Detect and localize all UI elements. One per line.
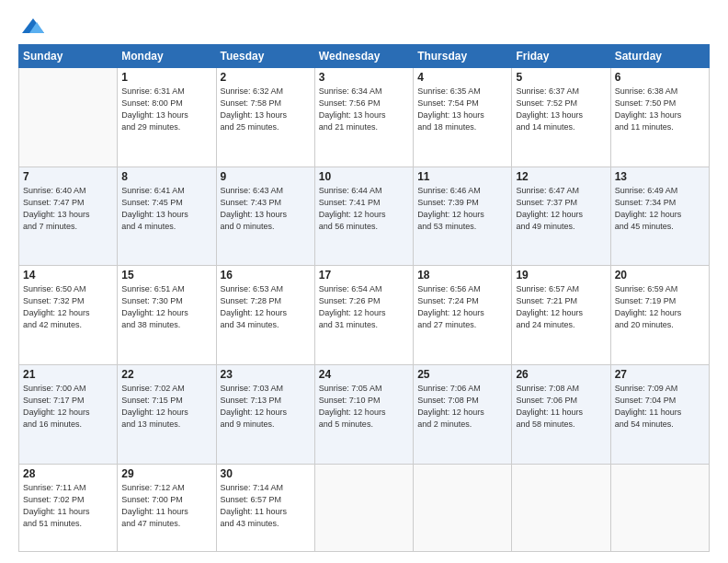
- calendar-cell: 5Sunrise: 6:37 AM Sunset: 7:52 PM Daylig…: [512, 68, 610, 167]
- day-info: Sunrise: 6:40 AM Sunset: 7:47 PM Dayligh…: [23, 185, 113, 233]
- calendar-cell: 19Sunrise: 6:57 AM Sunset: 7:21 PM Dayli…: [512, 266, 610, 365]
- day-info: Sunrise: 6:53 AM Sunset: 7:28 PM Dayligh…: [221, 283, 311, 331]
- day-number: 1: [121, 71, 211, 84]
- calendar-week-row: 7Sunrise: 6:40 AM Sunset: 7:47 PM Daylig…: [19, 167, 710, 266]
- day-number: 10: [319, 170, 409, 183]
- day-number: 24: [319, 368, 409, 381]
- day-number: 25: [417, 368, 507, 381]
- day-number: 2: [221, 71, 311, 84]
- calendar-day-header: Monday: [118, 45, 216, 68]
- day-number: 3: [319, 71, 409, 84]
- calendar-cell: 1Sunrise: 6:31 AM Sunset: 8:00 PM Daylig…: [118, 68, 216, 167]
- calendar-cell: 17Sunrise: 6:54 AM Sunset: 7:26 PM Dayli…: [314, 266, 413, 365]
- calendar-cell: 15Sunrise: 6:51 AM Sunset: 7:30 PM Dayli…: [118, 266, 216, 365]
- calendar-cell: 14Sunrise: 6:50 AM Sunset: 7:32 PM Dayli…: [19, 266, 118, 365]
- day-info: Sunrise: 7:02 AM Sunset: 7:15 PM Dayligh…: [121, 383, 211, 431]
- calendar-cell: 28Sunrise: 7:11 AM Sunset: 7:02 PM Dayli…: [19, 464, 118, 551]
- calendar-cell: 12Sunrise: 6:47 AM Sunset: 7:37 PM Dayli…: [512, 167, 610, 266]
- day-info: Sunrise: 6:47 AM Sunset: 7:37 PM Dayligh…: [516, 185, 606, 233]
- day-info: Sunrise: 6:49 AM Sunset: 7:34 PM Dayligh…: [615, 185, 705, 233]
- day-number: 7: [23, 170, 113, 183]
- calendar-cell: 16Sunrise: 6:53 AM Sunset: 7:28 PM Dayli…: [216, 266, 314, 365]
- day-number: 22: [121, 368, 211, 381]
- calendar-cell: 2Sunrise: 6:32 AM Sunset: 7:58 PM Daylig…: [216, 68, 314, 167]
- day-info: Sunrise: 6:59 AM Sunset: 7:19 PM Dayligh…: [615, 283, 705, 331]
- calendar-week-row: 21Sunrise: 7:00 AM Sunset: 7:17 PM Dayli…: [19, 364, 710, 464]
- day-number: 21: [23, 368, 113, 381]
- calendar-cell: 27Sunrise: 7:09 AM Sunset: 7:04 PM Dayli…: [610, 364, 709, 464]
- calendar-cell: 25Sunrise: 7:06 AM Sunset: 7:08 PM Dayli…: [414, 364, 512, 464]
- calendar-day-header: Sunday: [19, 45, 118, 68]
- day-info: Sunrise: 6:57 AM Sunset: 7:21 PM Dayligh…: [516, 283, 606, 331]
- day-number: 19: [516, 269, 606, 282]
- calendar-cell: 6Sunrise: 6:38 AM Sunset: 7:50 PM Daylig…: [610, 68, 709, 167]
- day-info: Sunrise: 6:50 AM Sunset: 7:32 PM Dayligh…: [23, 283, 113, 331]
- day-number: 29: [121, 467, 211, 480]
- day-number: 26: [516, 368, 606, 381]
- calendar-cell: 20Sunrise: 6:59 AM Sunset: 7:19 PM Dayli…: [610, 266, 709, 365]
- calendar-day-header: Friday: [512, 45, 610, 68]
- day-info: Sunrise: 7:03 AM Sunset: 7:13 PM Dayligh…: [221, 383, 311, 431]
- calendar-cell: 23Sunrise: 7:03 AM Sunset: 7:13 PM Dayli…: [216, 364, 314, 464]
- calendar-week-row: 1Sunrise: 6:31 AM Sunset: 8:00 PM Daylig…: [19, 68, 710, 167]
- calendar-cell: 21Sunrise: 7:00 AM Sunset: 7:17 PM Dayli…: [19, 364, 118, 464]
- day-info: Sunrise: 6:44 AM Sunset: 7:41 PM Dayligh…: [319, 185, 409, 233]
- day-number: 27: [615, 368, 705, 381]
- calendar-week-row: 14Sunrise: 6:50 AM Sunset: 7:32 PM Dayli…: [19, 266, 710, 365]
- calendar-cell: 8Sunrise: 6:41 AM Sunset: 7:45 PM Daylig…: [118, 167, 216, 266]
- day-info: Sunrise: 6:35 AM Sunset: 7:54 PM Dayligh…: [417, 86, 507, 133]
- calendar-day-header: Tuesday: [216, 45, 314, 68]
- day-number: 17: [319, 269, 409, 282]
- calendar-day-header: Thursday: [414, 45, 512, 68]
- day-info: Sunrise: 7:06 AM Sunset: 7:08 PM Dayligh…: [417, 383, 507, 431]
- calendar-cell: 13Sunrise: 6:49 AM Sunset: 7:34 PM Dayli…: [610, 167, 709, 266]
- day-info: Sunrise: 6:56 AM Sunset: 7:24 PM Dayligh…: [417, 283, 507, 331]
- day-info: Sunrise: 6:37 AM Sunset: 7:52 PM Dayligh…: [516, 86, 606, 133]
- calendar-cell: 7Sunrise: 6:40 AM Sunset: 7:47 PM Daylig…: [19, 167, 118, 266]
- calendar-cell: 9Sunrise: 6:43 AM Sunset: 7:43 PM Daylig…: [216, 167, 314, 266]
- day-info: Sunrise: 6:31 AM Sunset: 8:00 PM Dayligh…: [121, 86, 211, 133]
- calendar-cell: 3Sunrise: 6:34 AM Sunset: 7:56 PM Daylig…: [314, 68, 413, 167]
- calendar-table: SundayMondayTuesdayWednesdayThursdayFrid…: [18, 44, 710, 552]
- calendar-cell: 24Sunrise: 7:05 AM Sunset: 7:10 PM Dayli…: [314, 364, 413, 464]
- day-number: 28: [23, 467, 113, 480]
- day-number: 16: [221, 269, 311, 282]
- calendar-cell: 26Sunrise: 7:08 AM Sunset: 7:06 PM Dayli…: [512, 364, 610, 464]
- calendar-cell: [414, 464, 512, 551]
- page: SundayMondayTuesdayWednesdayThursdayFrid…: [0, 0, 728, 563]
- logo: [18, 15, 46, 37]
- day-info: Sunrise: 7:12 AM Sunset: 7:00 PM Dayligh…: [121, 482, 211, 530]
- day-number: 18: [417, 269, 507, 282]
- calendar-header-row: SundayMondayTuesdayWednesdayThursdayFrid…: [19, 45, 710, 68]
- day-info: Sunrise: 7:11 AM Sunset: 7:02 PM Dayligh…: [23, 482, 113, 530]
- calendar-week-row: 28Sunrise: 7:11 AM Sunset: 7:02 PM Dayli…: [19, 464, 710, 551]
- day-number: 23: [221, 368, 311, 381]
- day-info: Sunrise: 6:41 AM Sunset: 7:45 PM Dayligh…: [121, 185, 211, 233]
- day-number: 14: [23, 269, 113, 282]
- day-info: Sunrise: 6:51 AM Sunset: 7:30 PM Dayligh…: [121, 283, 211, 331]
- day-info: Sunrise: 7:09 AM Sunset: 7:04 PM Dayligh…: [615, 383, 705, 431]
- day-number: 13: [615, 170, 705, 183]
- calendar-day-header: Saturday: [610, 45, 709, 68]
- calendar-cell: 22Sunrise: 7:02 AM Sunset: 7:15 PM Dayli…: [118, 364, 216, 464]
- calendar-cell: 10Sunrise: 6:44 AM Sunset: 7:41 PM Dayli…: [314, 167, 413, 266]
- calendar-cell: 4Sunrise: 6:35 AM Sunset: 7:54 PM Daylig…: [414, 68, 512, 167]
- day-number: 12: [516, 170, 606, 183]
- header: [18, 15, 710, 37]
- day-info: Sunrise: 6:54 AM Sunset: 7:26 PM Dayligh…: [319, 283, 409, 331]
- day-number: 11: [417, 170, 507, 183]
- day-info: Sunrise: 7:08 AM Sunset: 7:06 PM Dayligh…: [516, 383, 606, 431]
- day-info: Sunrise: 6:34 AM Sunset: 7:56 PM Dayligh…: [319, 86, 409, 133]
- calendar-cell: 18Sunrise: 6:56 AM Sunset: 7:24 PM Dayli…: [414, 266, 512, 365]
- calendar-cell: 11Sunrise: 6:46 AM Sunset: 7:39 PM Dayli…: [414, 167, 512, 266]
- day-info: Sunrise: 7:05 AM Sunset: 7:10 PM Dayligh…: [319, 383, 409, 431]
- day-number: 9: [221, 170, 311, 183]
- day-number: 6: [615, 71, 705, 84]
- calendar-cell: 29Sunrise: 7:12 AM Sunset: 7:00 PM Dayli…: [118, 464, 216, 551]
- day-number: 30: [221, 467, 311, 480]
- day-info: Sunrise: 7:14 AM Sunset: 6:57 PM Dayligh…: [221, 482, 311, 530]
- day-number: 5: [516, 71, 606, 84]
- calendar-cell: [19, 68, 118, 167]
- day-number: 8: [121, 170, 211, 183]
- day-number: 20: [615, 269, 705, 282]
